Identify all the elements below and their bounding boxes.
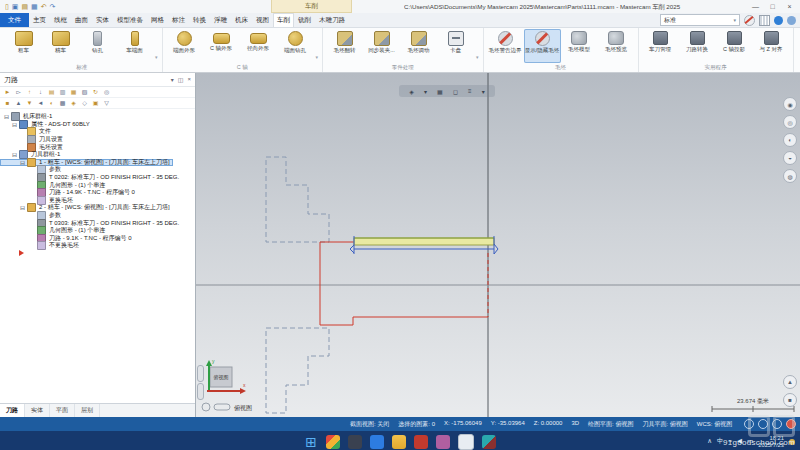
ribbon-button[interactable]: 毛坯翻转 <box>326 29 363 63</box>
panel-tab[interactable]: 平面 <box>50 404 75 417</box>
tree-row[interactable]: 刀路 - 9.1K - T.NC - 程序编号 0 <box>0 235 195 243</box>
ribbon-tab[interactable]: 主页 <box>29 13 50 27</box>
minimize-button[interactable]: — <box>747 0 764 13</box>
ribbon-tab[interactable]: 标注 <box>168 13 189 27</box>
toolpath-toolbar-icon[interactable]: ◈ <box>69 99 78 107</box>
status-field[interactable]: Z: 0.00000 <box>534 420 563 429</box>
tree-row[interactable]: ⊟ 2 - 精车 - [WCS: 俯视图] - [刀具面: 车床左上刀塔] <box>0 204 195 212</box>
stock-profile[interactable] <box>320 242 488 325</box>
ribbon-button[interactable]: 端面钻孔 <box>277 29 314 63</box>
status-field[interactable]: 3D <box>571 420 579 429</box>
ribbon-tab[interactable]: 网格 <box>147 13 168 27</box>
ribbon-tab[interactable]: 浮雕 <box>210 13 231 27</box>
tree-expander[interactable]: ⊟ <box>11 121 18 128</box>
qat-icon[interactable]: ▤ <box>21 0 28 13</box>
toolpath-toolbar-icon[interactable]: ◎ <box>102 88 111 96</box>
ribbon-button[interactable]: 钻孔 <box>79 29 116 63</box>
tab-file[interactable]: 文件 <box>0 13 29 27</box>
tree-row[interactable]: 毛坯设置 <box>0 143 195 151</box>
ribbon-button[interactable]: 毛坯警告边界 <box>487 29 524 63</box>
ribbon-tab[interactable]: 线框 <box>50 13 71 27</box>
ribbon-button[interactable]: 车端面 <box>116 29 153 63</box>
toolpath-toolbar-icon[interactable]: ▩ <box>58 99 67 107</box>
tree-row[interactable]: ⊟ 机床群组-1 <box>0 113 195 121</box>
ribbon-tab[interactable]: 模型准备 <box>113 13 147 27</box>
ribbon-button[interactable]: C 轴投影 <box>716 29 753 63</box>
qat-icon[interactable]: ▣ <box>12 0 19 13</box>
close-button[interactable]: × <box>781 0 798 13</box>
status-icon[interactable] <box>744 419 754 429</box>
graphics-canvas[interactable]: 俯视图 x y 俯视图 23.674 毫米 ◈▾▦◻≡▾ <box>196 73 800 417</box>
status-icon[interactable] <box>772 419 782 429</box>
taskbar-app-icon[interactable] <box>392 435 406 449</box>
qat-icon[interactable]: ▦ <box>31 0 38 13</box>
ribbon-button[interactable]: 车刀管理 <box>642 29 679 63</box>
rail-button[interactable]: ■ <box>783 393 797 407</box>
ribbon-button[interactable]: 显示/隐藏毛坯 <box>524 29 561 63</box>
toolpath-toolbar-icon[interactable]: ■ <box>3 99 12 107</box>
toolpath-toolbar-icon[interactable]: ↑ <box>25 88 34 96</box>
taskbar-app-icon[interactable] <box>370 435 384 449</box>
ribbon-tab[interactable]: 木雕刀路 <box>315 13 349 27</box>
toolpath-toolbar-icon[interactable]: ▽ <box>102 99 111 107</box>
rail-button[interactable]: ▲ <box>783 375 797 389</box>
toolpath-toolbar-icon[interactable]: ▧ <box>80 88 89 96</box>
tray-icon[interactable]: ◀ <box>737 437 742 446</box>
ribbon-button[interactable]: 毛坯调动 <box>400 29 437 63</box>
qat-icon[interactable]: ▯ <box>5 0 9 13</box>
tree-expander[interactable]: ⊟ <box>19 204 26 211</box>
canvas-quick-toolbar-icon[interactable]: ◻ <box>453 88 458 95</box>
tree-expander[interactable]: ⊟ <box>11 151 18 158</box>
taskbar-app-icon[interactable] <box>436 435 450 449</box>
tree-row[interactable]: ⊟ 1 - 粗车 - [WCS: 俯视图] - [刀具面: 车床左上刀塔] <box>0 159 173 167</box>
taskbar-clock[interactable]: 18:21 2025/7/23 <box>758 435 784 449</box>
ribbon-tab[interactable]: 实体 <box>92 13 113 27</box>
panel-tab[interactable]: 刀路 <box>0 404 25 417</box>
taskbar-app-icon[interactable]: ⊞ <box>304 435 318 449</box>
status-field[interactable]: Y: -35.03964 <box>491 420 525 429</box>
ribbon-button[interactable]: 粗车 <box>5 29 42 63</box>
rail-button[interactable]: ◐ <box>783 133 797 147</box>
status-field[interactable]: X: -175.06049 <box>444 420 482 429</box>
toolpath-toolbar-icon[interactable]: ▼ <box>25 99 34 107</box>
grid-icon[interactable] <box>759 15 770 26</box>
panel-header-icon[interactable]: × <box>187 76 191 83</box>
account-icon[interactable] <box>787 16 796 25</box>
chuck-jaw-top[interactable] <box>266 157 329 242</box>
toolpath-toolbar-icon[interactable]: ▤ <box>47 88 56 96</box>
panel-tab[interactable]: 实体 <box>25 404 50 417</box>
rail-button[interactable]: ◉ <box>783 97 797 111</box>
taskbar-app-icon[interactable] <box>348 435 362 449</box>
ribbon-tab[interactable]: 车削 <box>273 13 294 27</box>
taskbar-app-icon[interactable] <box>482 435 496 449</box>
tree-row[interactable] <box>0 250 195 258</box>
ribbon-tab[interactable]: 机床 <box>231 13 252 27</box>
ribbon-button[interactable]: 同步装夹... <box>363 29 400 63</box>
toolpath-toolbar-icon[interactable]: ▲ <box>14 99 23 107</box>
toolpath-toolbar-icon[interactable]: ▻ <box>14 88 23 96</box>
chuck-jaw-bottom[interactable] <box>266 328 329 413</box>
rail-button[interactable]: ◎ <box>783 115 797 129</box>
ribbon-button[interactable]: C 轴外形 <box>203 29 240 63</box>
toolpath-toolbar-icon[interactable]: ▣ <box>91 99 100 107</box>
panel-splitter-handle[interactable] <box>197 365 204 382</box>
ribbon-button[interactable]: 卡盘 <box>437 29 474 63</box>
help-icon[interactable] <box>774 16 783 25</box>
qat-icon[interactable]: ↷ <box>50 0 56 13</box>
toolpath-toolbar-icon[interactable]: ► <box>3 88 12 96</box>
tray-icon[interactable]: 中 <box>717 437 724 446</box>
ribbon-button[interactable]: 径向外形 <box>240 29 277 63</box>
ribbon-tab[interactable]: 铣削 <box>294 13 315 27</box>
tree-row[interactable]: 刀路 - 14.9K - T.NC - 程序编号 0 <box>0 189 195 197</box>
tray-icon[interactable]: ▭ <box>747 437 753 446</box>
ribbon-button[interactable]: 与 Z 对齐 <box>753 29 790 63</box>
ribbon-tab[interactable]: 视图 <box>252 13 273 27</box>
rail-button[interactable]: ◒ <box>783 151 797 165</box>
tree-row[interactable]: 不更换毛坯 <box>0 242 195 250</box>
panel-header-icon[interactable]: ▾ <box>171 76 174 83</box>
canvas-quick-toolbar-icon[interactable]: ▦ <box>437 88 443 95</box>
status-field[interactable]: WCS: 俯视图 <box>697 420 732 429</box>
canvas-quick-toolbar-icon[interactable]: ▾ <box>482 88 485 95</box>
ribbon-button[interactable]: 精车 <box>42 29 79 63</box>
panel-splitter-handle[interactable] <box>197 383 204 400</box>
